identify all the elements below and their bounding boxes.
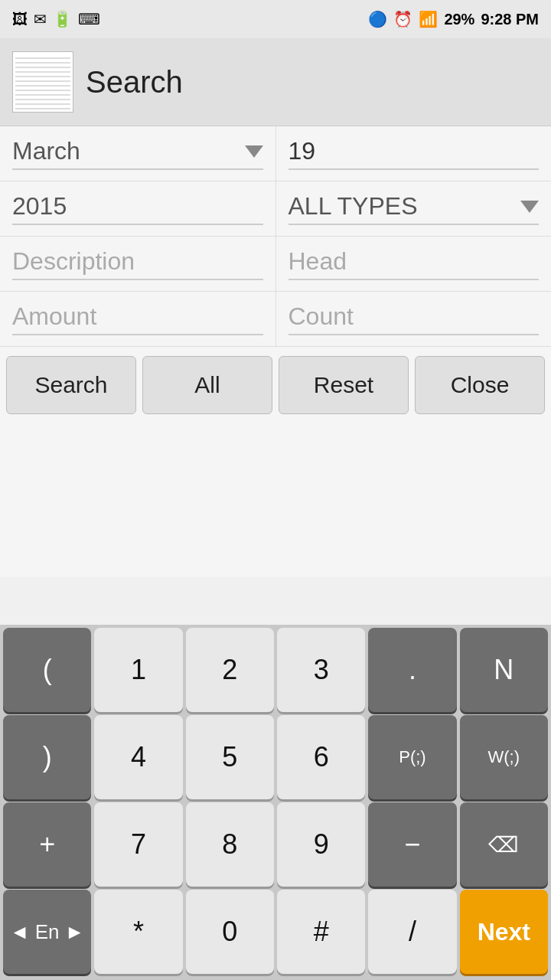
- kb-7[interactable]: 7: [94, 802, 182, 887]
- head-input[interactable]: [289, 247, 540, 280]
- count-cell[interactable]: [276, 292, 552, 346]
- month-value: March: [12, 137, 239, 165]
- kb-slash[interactable]: /: [368, 890, 456, 974]
- action-buttons-row: Search All Reset Close: [0, 347, 551, 423]
- year-cell: 2015: [0, 181, 276, 236]
- year-type-row: 2015 ALL TYPES: [0, 181, 551, 237]
- amount-count-row: [0, 292, 551, 347]
- search-button[interactable]: Search: [6, 356, 136, 414]
- signal-icon: 📶: [419, 10, 438, 28]
- battery-level: 29%: [444, 11, 474, 28]
- all-button[interactable]: All: [142, 356, 272, 414]
- amount-input[interactable]: [12, 302, 263, 335]
- kb-row-4: ◄ En ► * 0 # / Next: [0, 887, 551, 980]
- head-cell[interactable]: [276, 237, 552, 291]
- time-display: 9:28 PM: [481, 11, 539, 28]
- kb-3[interactable]: 3: [277, 628, 365, 712]
- year-value: 2015: [12, 192, 263, 220]
- month-dropdown[interactable]: March: [12, 137, 263, 170]
- description-input[interactable]: [12, 247, 263, 280]
- photo-icon: 🖼: [12, 11, 28, 28]
- kb-5[interactable]: 5: [186, 715, 274, 799]
- type-value: ALL TYPES: [289, 192, 515, 220]
- kb-1[interactable]: 1: [94, 628, 182, 712]
- month-dropdown-arrow: [245, 145, 263, 158]
- form-area: March 2015 ALL TYPES: [0, 126, 551, 423]
- battery-charging-icon: 🔋: [53, 10, 72, 28]
- kb-close-paren[interactable]: ): [3, 715, 91, 799]
- description-head-row: [0, 237, 551, 292]
- content-spacer: [0, 423, 551, 577]
- day-input[interactable]: [289, 137, 540, 170]
- year-dropdown[interactable]: 2015: [12, 192, 263, 225]
- kb-plus[interactable]: +: [3, 802, 91, 887]
- date-row: March: [0, 126, 551, 181]
- kb-hash[interactable]: #: [277, 890, 365, 974]
- numeric-keyboard: ( 1 2 3 . N ) 4 5 6 P(;) W(;) + 7 8 9 − …: [0, 625, 551, 980]
- kb-row-3: + 7 8 9 − ⌫: [0, 799, 551, 887]
- kb-row-2: ) 4 5 6 P(;) W(;): [0, 712, 551, 799]
- kb-row-1: ( 1 2 3 . N: [0, 625, 551, 712]
- amount-cell[interactable]: [0, 292, 276, 346]
- reset-button[interactable]: Reset: [279, 356, 409, 414]
- app-title: Search: [86, 65, 183, 100]
- kb-open-paren[interactable]: (: [3, 628, 91, 712]
- status-icons-left: 🖼 ✉ 🔋 ⌨: [12, 10, 100, 28]
- app-icon: [12, 51, 73, 113]
- type-dropdown-arrow: [520, 201, 539, 213]
- kb-w-semicolon[interactable]: W(;): [460, 715, 548, 799]
- kb-0[interactable]: 0: [186, 890, 274, 974]
- app-icon-image: [15, 54, 70, 109]
- type-dropdown[interactable]: ALL TYPES: [289, 192, 540, 225]
- kb-2[interactable]: 2: [186, 628, 274, 712]
- status-bar: 🖼 ✉ 🔋 ⌨ 🔵 ⏰ 📶 29% 9:28 PM: [0, 0, 551, 38]
- count-input[interactable]: [289, 302, 540, 335]
- kb-minus[interactable]: −: [368, 802, 456, 887]
- kb-backspace[interactable]: ⌫: [460, 802, 548, 887]
- kb-6[interactable]: 6: [277, 715, 365, 799]
- kb-asterisk[interactable]: *: [94, 890, 182, 974]
- kb-8[interactable]: 8: [186, 802, 274, 887]
- mail-icon: ✉: [34, 10, 47, 28]
- status-icons-right: 🔵 ⏰ 📶 29% 9:28 PM: [368, 10, 539, 28]
- bluetooth-icon: 🔵: [368, 10, 387, 28]
- kb-4[interactable]: 4: [94, 715, 182, 799]
- kb-p-semicolon[interactable]: P(;): [368, 715, 456, 799]
- kb-9[interactable]: 9: [277, 802, 365, 887]
- alarm-icon: ⏰: [393, 10, 412, 28]
- app-header: Search: [0, 38, 551, 126]
- type-cell: ALL TYPES: [276, 181, 552, 236]
- description-cell[interactable]: [0, 237, 276, 291]
- day-cell[interactable]: [276, 126, 552, 181]
- close-button[interactable]: Close: [415, 356, 545, 414]
- kb-n[interactable]: N: [460, 628, 548, 712]
- kb-period[interactable]: .: [368, 628, 456, 712]
- kb-next[interactable]: Next: [460, 890, 548, 974]
- keyboard-icon: ⌨: [78, 10, 100, 28]
- month-cell: March: [0, 126, 276, 181]
- kb-language-switch[interactable]: ◄ En ►: [3, 890, 91, 974]
